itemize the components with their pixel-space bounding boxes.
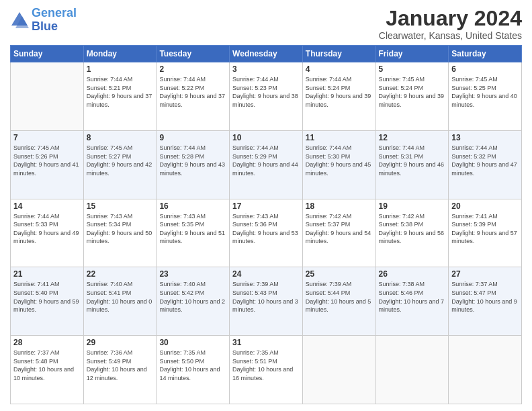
day-number: 7 bbox=[13, 133, 81, 142]
table-row: 31 Sunrise: 7:35 AMSunset: 5:51 PMDaylig… bbox=[230, 336, 303, 404]
table-row: 5 Sunrise: 7:45 AMSunset: 5:24 PMDayligh… bbox=[375, 62, 449, 131]
day-info: Sunrise: 7:45 AMSunset: 5:27 PMDaylight:… bbox=[87, 144, 154, 177]
logo-line1: General bbox=[32, 6, 77, 19]
table-row: 13 Sunrise: 7:44 AMSunset: 5:32 PMDaylig… bbox=[449, 130, 522, 199]
table-row: 19 Sunrise: 7:42 AMSunset: 5:38 PMDaylig… bbox=[375, 199, 449, 267]
col-sunday: Sunday bbox=[11, 46, 84, 62]
table-row: 23 Sunrise: 7:40 AMSunset: 5:42 PMDaylig… bbox=[157, 267, 230, 336]
table-row bbox=[11, 62, 84, 131]
col-monday: Monday bbox=[83, 46, 157, 62]
day-info: Sunrise: 7:35 AMSunset: 5:50 PMDaylight:… bbox=[159, 349, 226, 382]
calendar-table: Sunday Monday Tuesday Wednesday Thursday… bbox=[10, 45, 522, 404]
table-row: 29 Sunrise: 7:36 AMSunset: 5:49 PMDaylig… bbox=[83, 336, 157, 404]
table-row: 10 Sunrise: 7:44 AMSunset: 5:29 PMDaylig… bbox=[230, 130, 303, 199]
day-info: Sunrise: 7:37 AMSunset: 5:48 PMDaylight:… bbox=[13, 349, 81, 382]
day-info: Sunrise: 7:44 AMSunset: 5:23 PMDaylight:… bbox=[232, 75, 300, 109]
day-number: 18 bbox=[306, 201, 373, 211]
day-info: Sunrise: 7:43 AMSunset: 5:35 PMDaylight:… bbox=[159, 212, 226, 246]
col-tuesday: Tuesday bbox=[157, 46, 230, 62]
day-info: Sunrise: 7:38 AMSunset: 5:46 PMDaylight:… bbox=[379, 280, 446, 314]
header: General Blue January 2024 Clearwater, Ka… bbox=[10, 7, 522, 41]
day-number: 16 bbox=[159, 201, 226, 211]
table-row: 16 Sunrise: 7:43 AMSunset: 5:35 PMDaylig… bbox=[157, 199, 230, 267]
day-number: 9 bbox=[159, 133, 226, 142]
day-info: Sunrise: 7:37 AMSunset: 5:47 PMDaylight:… bbox=[451, 280, 519, 314]
day-number: 20 bbox=[451, 201, 519, 211]
table-row: 17 Sunrise: 7:43 AMSunset: 5:36 PMDaylig… bbox=[230, 199, 303, 267]
day-number: 17 bbox=[232, 201, 300, 211]
day-number: 13 bbox=[451, 133, 519, 142]
day-number: 28 bbox=[13, 338, 81, 347]
day-info: Sunrise: 7:44 AMSunset: 5:22 PMDaylight:… bbox=[159, 75, 226, 109]
table-row: 30 Sunrise: 7:35 AMSunset: 5:50 PMDaylig… bbox=[157, 336, 230, 404]
day-number: 29 bbox=[87, 338, 154, 347]
table-row bbox=[302, 336, 375, 404]
day-number: 23 bbox=[159, 269, 226, 279]
table-row: 25 Sunrise: 7:39 AMSunset: 5:44 PMDaylig… bbox=[302, 267, 375, 336]
day-number: 22 bbox=[87, 269, 154, 279]
day-info: Sunrise: 7:35 AMSunset: 5:51 PMDaylight:… bbox=[232, 349, 300, 382]
day-number: 14 bbox=[13, 201, 81, 211]
col-saturday: Saturday bbox=[449, 46, 522, 62]
day-info: Sunrise: 7:44 AMSunset: 5:29 PMDaylight:… bbox=[232, 144, 300, 177]
day-info: Sunrise: 7:45 AMSunset: 5:25 PMDaylight:… bbox=[451, 75, 519, 109]
day-info: Sunrise: 7:40 AMSunset: 5:41 PMDaylight:… bbox=[87, 280, 154, 314]
day-number: 26 bbox=[379, 269, 446, 279]
col-friday: Friday bbox=[375, 46, 449, 62]
day-number: 19 bbox=[379, 201, 446, 211]
table-row: 12 Sunrise: 7:44 AMSunset: 5:31 PMDaylig… bbox=[375, 130, 449, 199]
table-row: 27 Sunrise: 7:37 AMSunset: 5:47 PMDaylig… bbox=[449, 267, 522, 336]
day-number: 21 bbox=[13, 269, 81, 279]
day-info: Sunrise: 7:42 AMSunset: 5:37 PMDaylight:… bbox=[306, 212, 373, 246]
day-info: Sunrise: 7:41 AMSunset: 5:40 PMDaylight:… bbox=[13, 280, 81, 314]
col-wednesday: Wednesday bbox=[230, 46, 303, 62]
table-row: 22 Sunrise: 7:40 AMSunset: 5:41 PMDaylig… bbox=[83, 267, 157, 336]
day-info: Sunrise: 7:40 AMSunset: 5:42 PMDaylight:… bbox=[159, 280, 226, 314]
day-info: Sunrise: 7:44 AMSunset: 5:31 PMDaylight:… bbox=[379, 144, 446, 177]
logo-icon bbox=[10, 11, 29, 30]
table-row: 21 Sunrise: 7:41 AMSunset: 5:40 PMDaylig… bbox=[11, 267, 84, 336]
day-info: Sunrise: 7:45 AMSunset: 5:24 PMDaylight:… bbox=[379, 75, 446, 109]
day-info: Sunrise: 7:44 AMSunset: 5:28 PMDaylight:… bbox=[159, 144, 226, 177]
table-row: 6 Sunrise: 7:45 AMSunset: 5:25 PMDayligh… bbox=[449, 62, 522, 131]
day-info: Sunrise: 7:42 AMSunset: 5:38 PMDaylight:… bbox=[379, 212, 446, 246]
day-info: Sunrise: 7:44 AMSunset: 5:33 PMDaylight:… bbox=[13, 212, 81, 246]
table-row bbox=[375, 336, 449, 404]
table-row: 1 Sunrise: 7:44 AMSunset: 5:21 PMDayligh… bbox=[83, 62, 157, 131]
page: General Blue January 2024 Clearwater, Ka… bbox=[0, 0, 532, 411]
col-thursday: Thursday bbox=[302, 46, 375, 62]
day-number: 31 bbox=[232, 338, 300, 347]
day-number: 1 bbox=[87, 64, 154, 74]
calendar-header-row: Sunday Monday Tuesday Wednesday Thursday… bbox=[11, 46, 522, 62]
day-info: Sunrise: 7:44 AMSunset: 5:32 PMDaylight:… bbox=[451, 144, 519, 177]
table-row: 18 Sunrise: 7:42 AMSunset: 5:37 PMDaylig… bbox=[302, 199, 375, 267]
day-number: 25 bbox=[306, 269, 373, 279]
day-number: 10 bbox=[232, 133, 300, 142]
day-info: Sunrise: 7:44 AMSunset: 5:21 PMDaylight:… bbox=[87, 75, 154, 109]
table-row: 11 Sunrise: 7:44 AMSunset: 5:30 PMDaylig… bbox=[302, 130, 375, 199]
table-row: 9 Sunrise: 7:44 AMSunset: 5:28 PMDayligh… bbox=[157, 130, 230, 199]
table-row: 15 Sunrise: 7:43 AMSunset: 5:34 PMDaylig… bbox=[83, 199, 157, 267]
table-row: 14 Sunrise: 7:44 AMSunset: 5:33 PMDaylig… bbox=[11, 199, 84, 267]
day-info: Sunrise: 7:39 AMSunset: 5:43 PMDaylight:… bbox=[232, 280, 300, 314]
day-number: 5 bbox=[379, 64, 446, 74]
table-row: 20 Sunrise: 7:41 AMSunset: 5:39 PMDaylig… bbox=[449, 199, 522, 267]
day-number: 3 bbox=[232, 64, 300, 74]
table-row: 26 Sunrise: 7:38 AMSunset: 5:46 PMDaylig… bbox=[375, 267, 449, 336]
day-number: 15 bbox=[87, 201, 154, 211]
logo: General Blue bbox=[10, 7, 77, 34]
day-info: Sunrise: 7:44 AMSunset: 5:24 PMDaylight:… bbox=[306, 75, 373, 109]
day-number: 30 bbox=[159, 338, 226, 347]
day-info: Sunrise: 7:44 AMSunset: 5:30 PMDaylight:… bbox=[306, 144, 373, 177]
table-row: 7 Sunrise: 7:45 AMSunset: 5:26 PMDayligh… bbox=[11, 130, 84, 199]
day-number: 12 bbox=[379, 133, 446, 142]
day-info: Sunrise: 7:39 AMSunset: 5:44 PMDaylight:… bbox=[306, 280, 373, 314]
table-row bbox=[449, 336, 522, 404]
day-info: Sunrise: 7:36 AMSunset: 5:49 PMDaylight:… bbox=[87, 349, 154, 382]
logo-text: General Blue bbox=[32, 7, 77, 34]
table-row: 24 Sunrise: 7:39 AMSunset: 5:43 PMDaylig… bbox=[230, 267, 303, 336]
table-row: 3 Sunrise: 7:44 AMSunset: 5:23 PMDayligh… bbox=[230, 62, 303, 131]
location-title: Clearwater, Kansas, United States bbox=[379, 30, 522, 41]
day-number: 2 bbox=[159, 64, 226, 74]
day-number: 6 bbox=[451, 64, 519, 74]
